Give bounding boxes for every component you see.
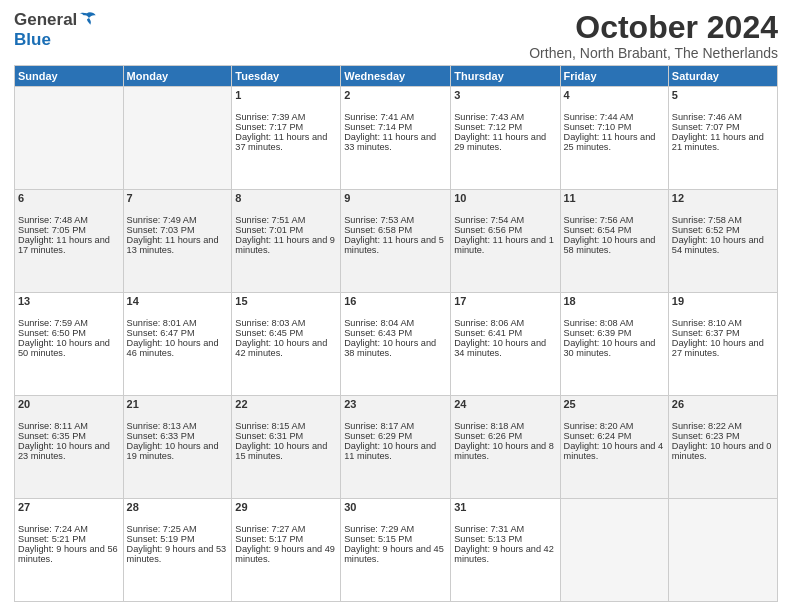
sunrise-text: Sunrise: 7:25 AM — [127, 524, 197, 534]
day-number: 20 — [18, 398, 120, 410]
sunrise-text: Sunrise: 7:46 AM — [672, 112, 742, 122]
day-number: 26 — [672, 398, 774, 410]
day-number: 15 — [235, 295, 337, 307]
sunset-text: Sunset: 6:52 PM — [672, 225, 740, 235]
day-cell: 22Sunrise: 8:15 AMSunset: 6:31 PMDayligh… — [232, 396, 341, 499]
day-number: 5 — [672, 89, 774, 101]
sunrise-text: Sunrise: 7:58 AM — [672, 215, 742, 225]
day-number: 30 — [344, 501, 447, 513]
daylight-text: Daylight: 10 hours and 27 minutes. — [672, 338, 764, 358]
sunset-text: Sunset: 7:03 PM — [127, 225, 195, 235]
day-number: 14 — [127, 295, 229, 307]
sunset-text: Sunset: 6:43 PM — [344, 328, 412, 338]
sunset-text: Sunset: 6:35 PM — [18, 431, 86, 441]
day-number: 12 — [672, 192, 774, 204]
day-cell: 31Sunrise: 7:31 AMSunset: 5:13 PMDayligh… — [451, 499, 560, 602]
week-row: 6Sunrise: 7:48 AMSunset: 7:05 PMDaylight… — [15, 190, 778, 293]
daylight-text: Daylight: 11 hours and 37 minutes. — [235, 132, 327, 152]
title-area: October 2024 Orthen, North Brabant, The … — [529, 10, 778, 61]
logo-general: General — [14, 10, 77, 30]
logo: General Blue — [14, 10, 97, 50]
day-cell: 13Sunrise: 7:59 AMSunset: 6:50 PMDayligh… — [15, 293, 124, 396]
sunrise-text: Sunrise: 7:44 AM — [564, 112, 634, 122]
day-cell: 10Sunrise: 7:54 AMSunset: 6:56 PMDayligh… — [451, 190, 560, 293]
daylight-text: Daylight: 11 hours and 33 minutes. — [344, 132, 436, 152]
day-number: 10 — [454, 192, 556, 204]
day-number: 21 — [127, 398, 229, 410]
day-number: 4 — [564, 89, 665, 101]
day-cell: 18Sunrise: 8:08 AMSunset: 6:39 PMDayligh… — [560, 293, 668, 396]
day-header: Monday — [123, 66, 232, 87]
sunset-text: Sunset: 7:01 PM — [235, 225, 303, 235]
day-number: 27 — [18, 501, 120, 513]
day-number: 22 — [235, 398, 337, 410]
sunrise-text: Sunrise: 7:43 AM — [454, 112, 524, 122]
sunset-text: Sunset: 7:14 PM — [344, 122, 412, 132]
week-row: 27Sunrise: 7:24 AMSunset: 5:21 PMDayligh… — [15, 499, 778, 602]
day-number: 11 — [564, 192, 665, 204]
calendar-table: SundayMondayTuesdayWednesdayThursdayFrid… — [14, 65, 778, 602]
day-number: 7 — [127, 192, 229, 204]
day-number: 2 — [344, 89, 447, 101]
daylight-text: Daylight: 11 hours and 9 minutes. — [235, 235, 335, 255]
day-cell: 3Sunrise: 7:43 AMSunset: 7:12 PMDaylight… — [451, 87, 560, 190]
sunset-text: Sunset: 5:21 PM — [18, 534, 86, 544]
day-number: 1 — [235, 89, 337, 101]
day-cell: 16Sunrise: 8:04 AMSunset: 6:43 PMDayligh… — [341, 293, 451, 396]
sunset-text: Sunset: 6:29 PM — [344, 431, 412, 441]
sunset-text: Sunset: 6:31 PM — [235, 431, 303, 441]
day-number: 13 — [18, 295, 120, 307]
day-header: Sunday — [15, 66, 124, 87]
day-cell: 5Sunrise: 7:46 AMSunset: 7:07 PMDaylight… — [668, 87, 777, 190]
day-number: 24 — [454, 398, 556, 410]
week-row: 13Sunrise: 7:59 AMSunset: 6:50 PMDayligh… — [15, 293, 778, 396]
sunset-text: Sunset: 6:58 PM — [344, 225, 412, 235]
day-cell: 1Sunrise: 7:39 AMSunset: 7:17 PMDaylight… — [232, 87, 341, 190]
logo-blue: Blue — [14, 30, 51, 50]
day-number: 9 — [344, 192, 447, 204]
day-cell: 23Sunrise: 8:17 AMSunset: 6:29 PMDayligh… — [341, 396, 451, 499]
day-cell: 14Sunrise: 8:01 AMSunset: 6:47 PMDayligh… — [123, 293, 232, 396]
day-cell: 27Sunrise: 7:24 AMSunset: 5:21 PMDayligh… — [15, 499, 124, 602]
sunset-text: Sunset: 6:56 PM — [454, 225, 522, 235]
sunrise-text: Sunrise: 8:15 AM — [235, 421, 305, 431]
header: General Blue October 2024 Orthen, North … — [14, 10, 778, 61]
daylight-text: Daylight: 11 hours and 29 minutes. — [454, 132, 546, 152]
sunset-text: Sunset: 6:33 PM — [127, 431, 195, 441]
day-number: 6 — [18, 192, 120, 204]
sunrise-text: Sunrise: 8:08 AM — [564, 318, 634, 328]
daylight-text: Daylight: 9 hours and 45 minutes. — [344, 544, 444, 564]
sunrise-text: Sunrise: 8:01 AM — [127, 318, 197, 328]
sunset-text: Sunset: 6:39 PM — [564, 328, 632, 338]
daylight-text: Daylight: 9 hours and 42 minutes. — [454, 544, 554, 564]
day-header: Thursday — [451, 66, 560, 87]
daylight-text: Daylight: 11 hours and 17 minutes. — [18, 235, 110, 255]
sunrise-text: Sunrise: 8:20 AM — [564, 421, 634, 431]
sunset-text: Sunset: 5:15 PM — [344, 534, 412, 544]
day-header: Friday — [560, 66, 668, 87]
week-row: 1Sunrise: 7:39 AMSunset: 7:17 PMDaylight… — [15, 87, 778, 190]
day-cell: 30Sunrise: 7:29 AMSunset: 5:15 PMDayligh… — [341, 499, 451, 602]
day-cell: 9Sunrise: 7:53 AMSunset: 6:58 PMDaylight… — [341, 190, 451, 293]
sunrise-text: Sunrise: 7:27 AM — [235, 524, 305, 534]
sunrise-text: Sunrise: 7:59 AM — [18, 318, 88, 328]
daylight-text: Daylight: 10 hours and 46 minutes. — [127, 338, 219, 358]
daylight-text: Daylight: 10 hours and 15 minutes. — [235, 441, 327, 461]
sunset-text: Sunset: 7:10 PM — [564, 122, 632, 132]
day-cell: 21Sunrise: 8:13 AMSunset: 6:33 PMDayligh… — [123, 396, 232, 499]
day-cell — [668, 499, 777, 602]
day-cell: 11Sunrise: 7:56 AMSunset: 6:54 PMDayligh… — [560, 190, 668, 293]
daylight-text: Daylight: 10 hours and 8 minutes. — [454, 441, 554, 461]
day-cell — [15, 87, 124, 190]
sunset-text: Sunset: 5:19 PM — [127, 534, 195, 544]
sunset-text: Sunset: 6:23 PM — [672, 431, 740, 441]
day-cell: 12Sunrise: 7:58 AMSunset: 6:52 PMDayligh… — [668, 190, 777, 293]
month-title: October 2024 — [529, 10, 778, 45]
sunrise-text: Sunrise: 7:53 AM — [344, 215, 414, 225]
sunrise-text: Sunrise: 7:48 AM — [18, 215, 88, 225]
day-cell — [560, 499, 668, 602]
day-number: 31 — [454, 501, 556, 513]
sunset-text: Sunset: 6:54 PM — [564, 225, 632, 235]
sunset-text: Sunset: 7:17 PM — [235, 122, 303, 132]
day-cell: 28Sunrise: 7:25 AMSunset: 5:19 PMDayligh… — [123, 499, 232, 602]
